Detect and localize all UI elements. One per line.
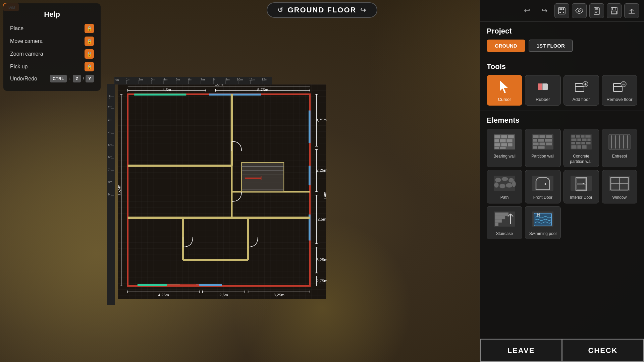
svg-text:3,25m: 3,25m — [274, 293, 284, 297]
svg-text:5m: 5m — [108, 143, 112, 146]
ruler-top: 0m 1m 2m 3m 4m 5m 6m 7m 8m 9m 10m 11m 12… — [114, 77, 272, 84]
svg-rect-163 — [494, 139, 499, 142]
cursor-tool[interactable]: Cursor — [487, 75, 522, 106]
help-move-key: 🔒 — [85, 37, 94, 46]
svg-rect-167 — [501, 143, 507, 146]
staircase-btn[interactable]: Staircase — [487, 206, 522, 240]
first-floor-btn[interactable]: 1ST FLOOR — [529, 40, 573, 52]
svg-rect-182 — [538, 146, 545, 149]
undo-button[interactable]: ↩ — [520, 3, 534, 18]
redo-button[interactable]: ↪ — [537, 3, 552, 18]
remove-floor-tool[interactable]: Remove floor — [602, 75, 637, 106]
staircase-label: Staircase — [496, 231, 513, 237]
concrete-wall-btn[interactable]: Concrete partition wall — [564, 129, 599, 167]
path-icon — [493, 173, 516, 193]
svg-point-210 — [499, 184, 505, 188]
entresol-btn[interactable]: Entresol — [602, 129, 637, 167]
help-pickup-key: 🔒 — [85, 62, 94, 71]
tools-section: Tools Cursor — [480, 57, 644, 111]
elements-section: Elements — [480, 111, 644, 339]
svg-rect-71 — [241, 163, 284, 192]
help-place-label: Place — [10, 25, 23, 32]
cursor-icon — [496, 79, 513, 95]
svg-text:14m: 14m — [323, 192, 327, 199]
elements-title: Elements — [487, 116, 637, 125]
rubber-icon — [535, 79, 551, 95]
svg-point-220 — [583, 183, 584, 184]
window-icon — [608, 173, 631, 193]
save-button[interactable] — [607, 3, 622, 18]
upload-button[interactable] — [624, 3, 639, 18]
eye-button[interactable] — [572, 3, 587, 18]
partition-wall-icon — [531, 132, 554, 152]
svg-rect-226 — [495, 223, 498, 226]
floor-indicator[interactable]: ↺ GROUND FLOOR ↪ — [267, 2, 378, 18]
svg-point-133 — [560, 12, 561, 13]
svg-rect-168 — [508, 143, 513, 146]
add-floor-tool[interactable]: Add floor — [564, 75, 599, 106]
svg-text:0m: 0m — [115, 78, 119, 82]
svg-text:2,25m: 2,25m — [317, 168, 327, 172]
svg-rect-192 — [571, 142, 575, 144]
svg-rect-184 — [571, 135, 575, 138]
svg-rect-164 — [500, 139, 506, 142]
svg-text:10m: 10m — [237, 78, 243, 81]
plus-symbol: + — [68, 76, 71, 81]
svg-text:1m: 1m — [108, 95, 112, 99]
svg-text:6m: 6m — [188, 78, 193, 81]
staircase-icon — [493, 209, 516, 229]
svg-rect-213 — [532, 176, 553, 191]
clipboard-button[interactable] — [589, 3, 604, 18]
svg-text:4m: 4m — [108, 131, 112, 134]
window-btn[interactable]: Window — [602, 170, 637, 203]
swimming-pool-btn[interactable]: Swimming pool — [525, 206, 560, 240]
svg-rect-190 — [582, 138, 587, 141]
svg-rect-179 — [539, 142, 545, 145]
svg-text:2,75m: 2,75m — [317, 279, 327, 283]
rotate-left-icon: ↺ — [277, 6, 284, 14]
svg-rect-174 — [546, 135, 552, 138]
leave-button[interactable]: LEAVE — [480, 339, 562, 362]
svg-point-206 — [495, 178, 501, 182]
floor-label: GROUND FLOOR — [288, 6, 357, 14]
cursor-label: Cursor — [498, 97, 511, 102]
floorplan-svg[interactable]: 10m 4,5m 5,75m 3,75m 2,25m — [115, 84, 329, 299]
entresol-icon — [608, 132, 631, 152]
dice-button[interactable] — [554, 3, 569, 18]
svg-text:1m: 1m — [126, 78, 130, 81]
front-door-btn[interactable]: Front Door — [525, 170, 560, 203]
help-row-zoom: Zoom camera 🔒 — [10, 49, 94, 59]
right-panel: ↩ ↪ — [480, 0, 644, 362]
project-section: Project GROUND 1ST FLOOR — [480, 22, 644, 57]
help-row-place: Place 🔒 — [10, 24, 94, 33]
svg-text:7m: 7m — [108, 168, 112, 171]
partition-wall-btn[interactable]: Partition wall — [525, 129, 560, 167]
svg-rect-169 — [494, 147, 499, 149]
ground-floor-btn[interactable]: GROUND — [487, 40, 525, 52]
interior-door-btn[interactable]: Interior Door — [564, 170, 599, 203]
svg-text:4,25m: 4,25m — [158, 293, 169, 297]
check-button[interactable]: CHECK — [562, 339, 644, 362]
svg-text:2,5m: 2,5m — [219, 293, 228, 297]
svg-rect-228 — [495, 216, 505, 219]
tools-title: Tools — [487, 62, 637, 71]
blueprint-container[interactable]: 0m 1m 2m 3m 4m 5m 6m 7m 8m 9m 10m 11m 12… — [107, 77, 272, 305]
svg-text:4m: 4m — [163, 78, 168, 81]
help-row-pickup: Pick up 🔒 — [10, 62, 94, 71]
path-btn[interactable]: Path — [487, 170, 522, 203]
help-row-undo: Undo/Redo CTRL + Z / Y — [10, 75, 94, 82]
bearing-wall-btn[interactable]: Bearing wall — [487, 129, 522, 167]
rubber-tool[interactable]: Rubber — [525, 75, 560, 106]
svg-rect-178 — [533, 142, 539, 145]
entresol-label: Entresol — [612, 154, 627, 159]
interior-door-icon — [570, 173, 593, 193]
help-pickup-label: Pick up — [10, 64, 28, 70]
svg-text:7m: 7m — [201, 78, 205, 81]
help-zoom-key: 🔒 — [85, 49, 94, 59]
svg-rect-188 — [571, 138, 577, 141]
remove-floor-icon — [611, 79, 628, 95]
svg-text:11m: 11m — [249, 78, 255, 81]
y-key: Y — [86, 75, 94, 82]
svg-rect-186 — [581, 135, 585, 138]
svg-point-209 — [494, 182, 499, 188]
